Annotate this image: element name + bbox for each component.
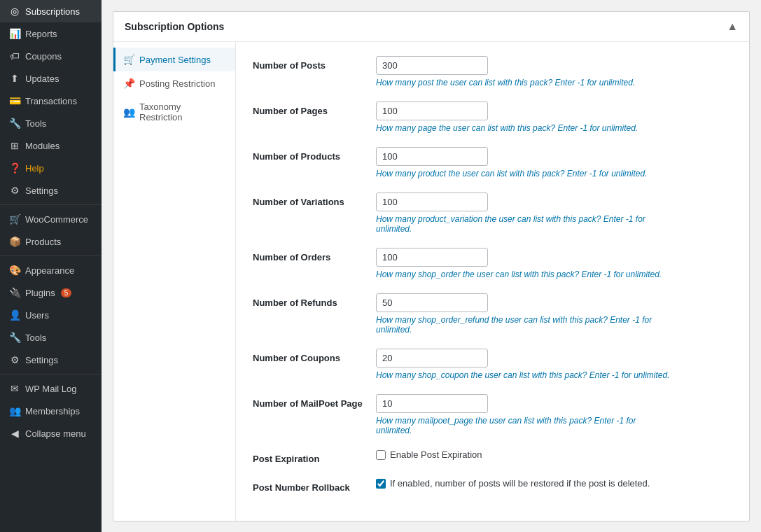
- sidebar-item-wp-settings[interactable]: ⚙ Settings: [0, 349, 102, 371]
- subscriptions-icon: ◎: [8, 6, 21, 17]
- label-num-coupons: Number of Coupons: [253, 349, 365, 363]
- subnav-posting-restriction[interactable]: 📌 Posting Restriction: [113, 71, 235, 95]
- field-group-num-pages: How many page the user can list with thi…: [376, 102, 638, 133]
- form-area: Number of Posts How many post the user c…: [236, 42, 749, 521]
- field-group-num-variations: How many product_variation the user can …: [376, 192, 670, 234]
- label-num-mailpoet: Number of MailPoet Page: [253, 394, 365, 409]
- field-num-posts: Number of Posts How many post the user c…: [253, 56, 732, 88]
- input-num-orders[interactable]: [376, 248, 488, 267]
- updates-icon: ⬆: [8, 73, 21, 84]
- sidebar-item-products[interactable]: 📦 Products: [0, 230, 102, 253]
- appearance-icon: 🎨: [8, 265, 21, 276]
- input-num-coupons[interactable]: [376, 349, 488, 368]
- field-group-num-mailpoet: How many mailpoet_page the user can list…: [376, 394, 670, 435]
- panel-title: Subscription Options: [125, 21, 224, 32]
- hint-num-mailpoet: How many mailpoet_page the user can list…: [376, 416, 670, 435]
- field-group-num-products: How many product the user can list with …: [376, 147, 648, 178]
- post-rollback-checkbox[interactable]: [376, 479, 386, 489]
- wp-settings-icon: ⚙: [8, 354, 21, 365]
- input-num-mailpoet[interactable]: [376, 394, 488, 413]
- field-num-pages: Number of Pages How many page the user c…: [253, 102, 732, 133]
- sidebar-item-tools[interactable]: 🔧 Tools: [0, 112, 102, 134]
- field-num-products: Number of Products How many product the …: [253, 147, 732, 178]
- post-expiration-label: Enable Post Expiration: [390, 449, 482, 460]
- field-num-mailpoet: Number of MailPoet Page How many mailpoe…: [253, 394, 732, 435]
- tools-icon: 🔧: [8, 118, 21, 129]
- posting-restriction-icon: 📌: [123, 78, 135, 89]
- memberships-icon: 👥: [8, 405, 21, 416]
- subnav-payment-settings[interactable]: 🛒 Payment Settings: [113, 48, 235, 71]
- collapse-icon: ◀: [8, 428, 21, 439]
- sidebar-item-memberships[interactable]: 👥 Memberships: [0, 400, 102, 422]
- subnav-taxonomy-restriction[interactable]: 👥 Taxonomy Restriction: [113, 95, 235, 129]
- sidebar-item-reports[interactable]: 📊 Reports: [0, 22, 102, 45]
- sidebar-item-coupons[interactable]: 🏷 Coupons: [0, 45, 102, 67]
- hint-num-variations: How many product_variation the user can …: [376, 214, 670, 234]
- plugins-icon: 🔌: [8, 287, 21, 298]
- tools-wp-icon: 🔧: [8, 332, 21, 343]
- sidebar-item-transactions[interactable]: 💳 Transactions: [0, 90, 102, 112]
- sidebar-item-subscriptions[interactable]: ◎ Subscriptions: [0, 0, 102, 22]
- label-num-variations: Number of Variations: [253, 192, 365, 207]
- field-group-num-coupons: How many shop_coupon the user can list w…: [376, 349, 670, 380]
- reports-icon: 📊: [8, 28, 21, 39]
- mail-icon: ✉: [8, 383, 21, 394]
- post-expiration-checkbox[interactable]: [376, 450, 386, 460]
- field-post-expiration: Post Expiration Enable Post Expiration: [253, 449, 732, 464]
- field-num-coupons: Number of Coupons How many shop_coupon t…: [253, 349, 732, 380]
- field-num-variations: Number of Variations How many product_va…: [253, 192, 732, 234]
- sidebar-item-settings[interactable]: ⚙ Settings: [0, 179, 102, 202]
- hint-num-posts: How many post the user can list with thi…: [376, 78, 635, 88]
- products-icon: 📦: [8, 236, 21, 247]
- label-num-posts: Number of Posts: [253, 56, 365, 71]
- sidebar-item-appearance[interactable]: 🎨 Appearance: [0, 259, 102, 281]
- sidebar-item-collapse[interactable]: ◀ Collapse menu: [0, 422, 102, 444]
- label-num-products: Number of Products: [253, 147, 365, 162]
- help-icon: ❓: [8, 162, 21, 174]
- taxonomy-restriction-icon: 👥: [123, 106, 135, 118]
- hint-num-orders: How many shop_order the user can list wi…: [376, 270, 662, 279]
- woocommerce-icon: 🛒: [8, 214, 21, 225]
- hint-num-products: How many product the user can list with …: [376, 169, 648, 178]
- input-num-variations[interactable]: [376, 192, 488, 211]
- field-group-post-expiration: Enable Post Expiration: [376, 449, 482, 460]
- sidebar-item-updates[interactable]: ⬆ Updates: [0, 67, 102, 90]
- input-num-products[interactable]: [376, 147, 488, 166]
- label-post-rollback: Post Number Rollback: [253, 478, 365, 493]
- sidebar-item-wp-mail-log[interactable]: ✉ WP Mail Log: [0, 377, 102, 400]
- field-group-num-orders: How many shop_order the user can list wi…: [376, 248, 662, 279]
- sidebar-item-users[interactable]: 👤 Users: [0, 304, 102, 326]
- sidebar-item-modules[interactable]: ⊞ Modules: [0, 134, 102, 157]
- hint-num-refunds: How many shop_order_refund the user can …: [376, 315, 670, 335]
- panel-body: 🛒 Payment Settings 📌 Posting Restriction…: [113, 42, 749, 521]
- post-expiration-check: Enable Post Expiration: [376, 449, 482, 460]
- label-num-pages: Number of Pages: [253, 102, 365, 116]
- subscription-options-panel: Subscription Options ▲ 🛒 Payment Setting…: [113, 11, 750, 522]
- panel-toggle-button[interactable]: ▲: [727, 20, 738, 33]
- field-group-num-refunds: How many shop_order_refund the user can …: [376, 293, 670, 335]
- input-num-refunds[interactable]: [376, 293, 488, 312]
- sidebar: ◎ Subscriptions 📊 Reports 🏷 Coupons ⬆ Up…: [0, 0, 102, 532]
- sidebar-item-plugins[interactable]: 🔌 Plugins 5: [0, 281, 102, 304]
- input-num-pages[interactable]: [376, 102, 488, 120]
- hint-num-coupons: How many shop_coupon the user can list w…: [376, 370, 670, 380]
- sidebar-item-help[interactable]: ❓ Help: [0, 157, 102, 179]
- settings-icon: ⚙: [8, 185, 21, 196]
- panel-header: Subscription Options ▲: [113, 12, 749, 42]
- sidebar-item-woocommerce[interactable]: 🛒 WooCommerce: [0, 208, 102, 230]
- main-content: Subscription Options ▲ 🛒 Payment Setting…: [102, 0, 761, 532]
- coupons-icon: 🏷: [8, 50, 21, 62]
- post-rollback-label: If enabled, number of posts will be rest…: [390, 478, 650, 489]
- field-group-num-posts: How many post the user can list with thi…: [376, 56, 635, 88]
- field-num-orders: Number of Orders How many shop_order the…: [253, 248, 732, 279]
- input-num-posts[interactable]: [376, 56, 488, 75]
- field-post-rollback: Post Number Rollback If enabled, number …: [253, 478, 732, 493]
- label-num-refunds: Number of Refunds: [253, 293, 365, 308]
- label-post-expiration: Post Expiration: [253, 449, 365, 464]
- label-num-orders: Number of Orders: [253, 248, 365, 262]
- hint-num-pages: How many page the user can list with thi…: [376, 123, 638, 133]
- field-group-post-rollback: If enabled, number of posts will be rest…: [376, 478, 650, 489]
- transactions-icon: 💳: [8, 95, 21, 106]
- plugins-badge: 5: [61, 288, 72, 298]
- sidebar-item-tools-wp[interactable]: 🔧 Tools: [0, 326, 102, 349]
